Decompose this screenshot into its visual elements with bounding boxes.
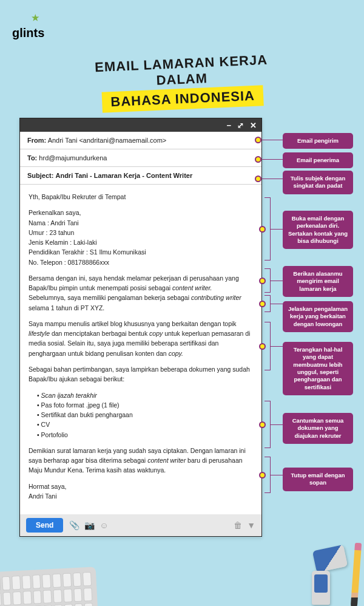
annotation-sender: Email pengirim — [283, 133, 353, 149]
star-icon — [32, 13, 39, 22]
from-field: From: Andri Tani <andritani@namaemail.co… — [20, 132, 261, 149]
more-icon[interactable]: ▼ — [247, 520, 255, 530]
greeting: Yth, Bapak/Ibu Rekruter di Tempat — [29, 192, 253, 202]
marker-dot — [255, 137, 261, 143]
connector-line — [271, 475, 283, 475]
list-item: Sertifikat dan bukti penghargaan — [37, 410, 253, 420]
list-item: Scan ijazah terakhir — [37, 390, 253, 400]
connector-line — [261, 159, 283, 160]
self-intro: Perkenalkan saya, Nama : Andri Tani Umur… — [29, 208, 253, 267]
title-line-2: BAHASA INDONESIA — [102, 85, 264, 113]
paragraph-docs-intro: Sebagai bahan pertimbangan, saya lampirk… — [29, 364, 253, 384]
connector-line — [261, 179, 283, 179]
eraser-decor — [312, 545, 348, 573]
keyboard-decor — [0, 567, 98, 606]
connector-line — [271, 424, 283, 425]
window-titlebar: − ⤢ ✕ — [20, 118, 261, 132]
list-item: CV — [37, 420, 253, 429]
close-icon[interactable]: ✕ — [250, 121, 257, 129]
send-button[interactable]: Send — [26, 518, 63, 533]
marker-dot — [259, 277, 266, 284]
annotation-recipient: Email penerima — [283, 152, 353, 168]
list-item: Pas foto format .jpeg (1 file) — [37, 400, 253, 410]
marker-dot — [259, 226, 266, 233]
documents-list: Scan ijazah terakhir Pas foto format .jp… — [37, 390, 253, 440]
connector-line — [271, 229, 283, 230]
marker-dot — [259, 472, 266, 478]
to-field: To: hrd@majumundurkena — [20, 149, 261, 167]
annotation-reason: Berikan alasanmu mengirim email lamaran … — [283, 266, 353, 297]
minimize-icon[interactable]: − — [226, 121, 231, 129]
annotation-experience: Jelaskan pengalaman kerja yang berkaitan… — [283, 301, 353, 332]
annotation-closing: Tutup email dengan sopan — [283, 468, 353, 491]
marker-dot — [259, 343, 266, 350]
marker-dot — [255, 175, 261, 182]
annotation-subject: Tulis subjek dengan singkat dan padat — [283, 171, 353, 194]
marker-dot — [255, 156, 261, 163]
connector-line — [271, 346, 283, 347]
marker-dot — [259, 421, 266, 428]
trash-icon[interactable]: 🗑 — [234, 520, 242, 530]
annotation-intro: Buka email dengan perkenalan diri. Serta… — [283, 211, 353, 249]
emoji-icon[interactable]: ☺ — [99, 520, 108, 530]
page-title: EMAIL LAMARAN KERJA DALAM BAHASA INDONES… — [90, 52, 274, 113]
camera-icon[interactable]: 📷 — [84, 520, 95, 530]
usb-decor — [312, 571, 330, 605]
marker-dot — [259, 301, 266, 307]
list-item: Portofolio — [37, 430, 253, 440]
email-window: − ⤢ ✕ From: Andri Tani <andritani@namaem… — [19, 118, 262, 537]
brand-logo: glints — [12, 12, 44, 40]
connector-line — [271, 304, 283, 304]
annotation-strengths: Terangkan hal-hal yang dapat membuatmu l… — [283, 342, 353, 395]
annotation-documents: Cantumkan semua dokumen yang diajukan re… — [283, 413, 353, 444]
compose-footer: Send 📎 📷 ☺ 🗑 ▼ — [20, 514, 261, 536]
email-body: Yth, Bapak/Ibu Rekruter di Tempat Perken… — [20, 185, 261, 514]
paragraph-closing: Demikian surat lamaran kerja yang sudah … — [29, 446, 253, 475]
paragraph-reason: Bersama dengan ini, saya hendak melamar … — [29, 273, 253, 313]
expand-icon[interactable]: ⤢ — [237, 121, 244, 129]
pencil-decor — [351, 549, 362, 606]
attach-icon[interactable]: 📎 — [69, 520, 79, 530]
signature: Hormat saya,Andri Tani — [29, 482, 253, 502]
subject-field: Subject: Andri Tani - Lamaran Kerja - Co… — [20, 167, 261, 185]
paragraph-skills: Saya mampu menulis artikel blog khususny… — [29, 319, 253, 358]
connector-line — [271, 281, 283, 281]
connector-line — [261, 140, 283, 140]
